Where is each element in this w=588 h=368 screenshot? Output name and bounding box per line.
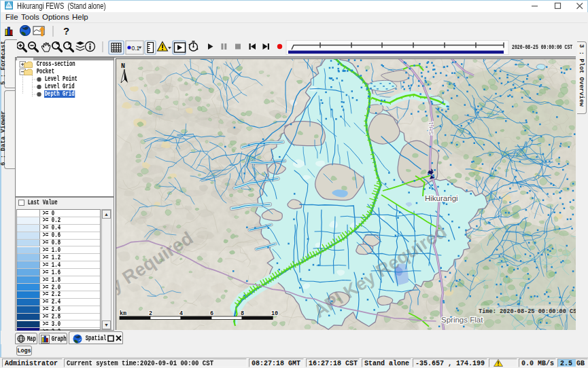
- svg-text:8: 8: [241, 310, 244, 317]
- svg-text:N: N: [121, 62, 125, 70]
- svg-text:10: 10: [271, 310, 278, 317]
- svg-text:Hikurangi: Hikurangi: [425, 194, 458, 202]
- svg-text:6: 6: [210, 310, 213, 317]
- svg-text:?: ?: [63, 25, 69, 37]
- svg-text:4: 4: [179, 310, 183, 317]
- svg-text:0.1: 0.1: [132, 45, 140, 52]
- svg-text:Springs Flat: Springs Flat: [441, 316, 483, 324]
- svg-text:Time: 2020-08-25 00:00:00 CST: Time: 2020-08-25 00:00:00 CST: [479, 308, 576, 315]
- svg-text:SH 1: SH 1: [428, 122, 434, 135]
- svg-text:2: 2: [149, 310, 152, 317]
- svg-text:km: km: [120, 310, 126, 317]
